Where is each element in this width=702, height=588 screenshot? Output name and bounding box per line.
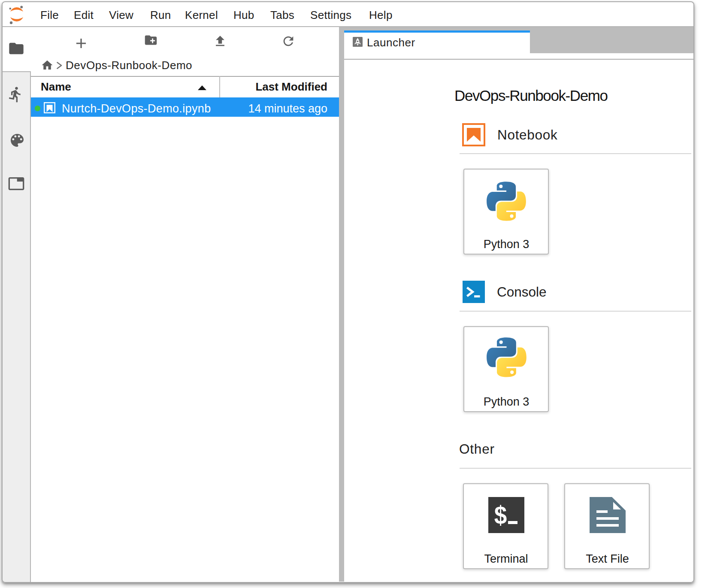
svg-text:$: $ <box>494 501 507 529</box>
